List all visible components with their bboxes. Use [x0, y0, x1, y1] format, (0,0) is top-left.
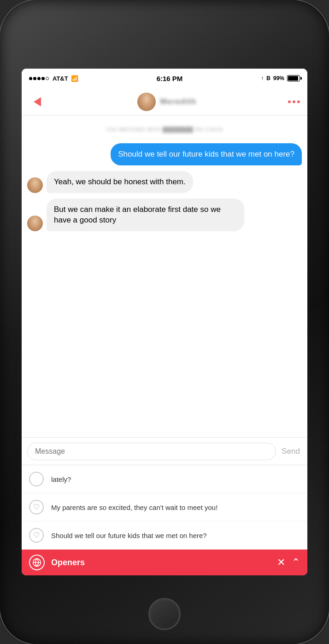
match-notice-text: YOU MATCHED WITH	[106, 127, 161, 132]
openers-chevron-button[interactable]: ⌃	[292, 556, 300, 568]
carrier-label: AT&T	[53, 75, 68, 82]
match-notice: YOU MATCHED WITH ████████ ON 1/16/16	[27, 127, 302, 132]
heart-icon-2: ♡	[33, 532, 40, 539]
suggestion-partial[interactable]: lately?	[22, 465, 307, 493]
suggestion-text-2: Should we tell our future kids that we m…	[51, 531, 207, 540]
openers-close-button[interactable]: ✕	[277, 556, 285, 568]
send-button[interactable]: Send	[280, 447, 302, 456]
message-received-2: But we can make it an elaborate first da…	[27, 199, 302, 232]
openers-label: Openers	[51, 558, 270, 568]
signal-dot-2	[33, 77, 36, 80]
sender-avatar-2	[27, 216, 43, 231]
avatar[interactable]	[137, 93, 156, 111]
suggestions-area: lately? ♡ My parents are so excited, the…	[22, 465, 307, 550]
avatar-image	[137, 93, 156, 111]
battery-icon	[287, 75, 300, 82]
suggestion-icon-2: ♡	[29, 528, 44, 543]
back-arrow-icon	[34, 97, 41, 106]
openers-bar: Openers ✕ ⌃	[22, 550, 307, 575]
bluetooth-icon: B	[266, 75, 270, 82]
status-bar: AT&T 📶 6:16 PM ↑ B 99%	[22, 69, 307, 88]
match-name-blurred: ████████	[163, 127, 195, 132]
bubble-received-2: But we can make it an elaborate first da…	[47, 199, 244, 232]
battery-pct: 99%	[273, 75, 284, 82]
contact-name[interactable]: Meredith	[160, 97, 197, 106]
wifi-icon: 📶	[71, 75, 78, 82]
suggestion-icon-0	[29, 472, 44, 486]
chat-area: YOU MATCHED WITH ████████ ON 1/16/16 Sho…	[22, 116, 307, 437]
bubble-received-1: Yeah, we should be honest with them.	[47, 171, 193, 193]
message-received-1: Yeah, we should be honest with them.	[27, 171, 302, 193]
battery-fill	[288, 76, 298, 81]
signal-dot-4	[41, 77, 45, 80]
status-left: AT&T 📶	[29, 75, 78, 82]
header-center: Meredith	[137, 93, 197, 111]
suggestion-text-1: My parents are so excited, they can't wa…	[51, 503, 217, 512]
suggestion-item-2[interactable]: ♡ Should we tell our future kids that we…	[22, 521, 307, 550]
dot-1	[288, 100, 291, 103]
signal-dot-5	[46, 77, 49, 80]
bubble-sent-1: Should we tell our future kids that we m…	[111, 143, 302, 165]
globe-svg	[32, 558, 41, 567]
suggestion-text-0: lately?	[51, 475, 71, 483]
heart-icon-1: ♡	[33, 503, 40, 511]
message-input[interactable]	[27, 443, 276, 460]
message-sent-1: Should we tell our future kids that we m…	[27, 143, 302, 165]
signal-dot-1	[29, 77, 32, 80]
more-menu-button[interactable]	[288, 100, 300, 103]
phone-screen: AT&T 📶 6:16 PM ↑ B 99% Mered	[22, 69, 307, 575]
globe-icon	[29, 555, 45, 570]
clock: 6:16 PM	[157, 75, 183, 82]
dot-2	[293, 100, 295, 103]
phone-frame: AT&T 📶 6:16 PM ↑ B 99% Mered	[0, 0, 329, 644]
suggestion-item-1[interactable]: ♡ My parents are so excited, they can't …	[22, 493, 307, 521]
match-date: ON 1/16/16	[195, 127, 223, 132]
input-area: Send	[22, 437, 307, 465]
home-button[interactable]	[148, 598, 181, 630]
sender-avatar-1	[27, 177, 43, 193]
back-button[interactable]	[29, 94, 46, 110]
chat-header: Meredith	[22, 88, 307, 116]
suggestion-icon-1: ♡	[29, 500, 44, 515]
location-icon: ↑	[261, 75, 264, 82]
status-right: ↑ B 99%	[261, 75, 300, 82]
signal-dot-3	[37, 77, 41, 80]
dot-3	[297, 100, 300, 103]
